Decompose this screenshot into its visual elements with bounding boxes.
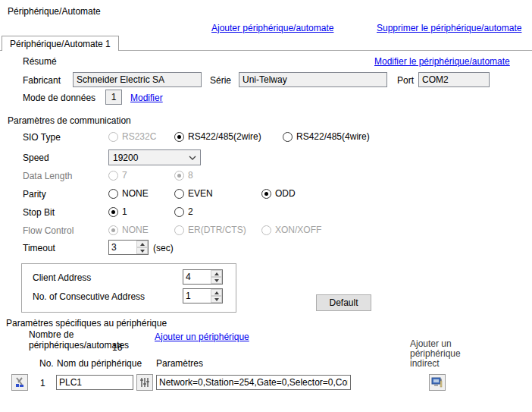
radio-flow-xonxoff: XON/XOFF [261, 222, 321, 237]
column-name: Nom du périphérique [57, 358, 142, 369]
arrow-up-icon [140, 243, 145, 246]
radio-stopbit-2[interactable]: 2 [174, 204, 193, 219]
remove-device-link[interactable]: Supprimer le périphérique/automate [377, 23, 521, 33]
radio-circle-icon [108, 132, 118, 142]
maker-field: Schneider Electric SA [73, 72, 202, 87]
radio-datalength-8-label: 8 [188, 170, 193, 181]
timeout-unit: (sec) [153, 243, 174, 253]
radio-circle-icon [261, 225, 271, 235]
sliders-icon [139, 377, 150, 388]
radio-datalength-8: 8 [174, 168, 193, 183]
client-address-label: Client Address [33, 272, 91, 283]
device-count-value: 16 [112, 342, 122, 353]
radio-parity-odd-label: ODD [275, 188, 296, 199]
timeout-up-button[interactable] [136, 241, 148, 247]
radio-parity-none[interactable]: NONE [108, 186, 149, 201]
device-settings-button[interactable] [136, 374, 153, 391]
sio-type-label: SIO Type [23, 132, 61, 143]
add-indirect-device-button[interactable] [429, 374, 446, 391]
device-name-input[interactable] [56, 375, 133, 390]
address-groupbox: Client Address No. of Consecutive Addres… [21, 263, 236, 313]
indirect-device-icon [431, 376, 443, 388]
add-single-device-link[interactable]: Ajouter un périphérique [155, 332, 249, 342]
maker-label: Fabricant [23, 75, 61, 86]
speed-select[interactable]: 19200 [108, 149, 201, 165]
arrow-down-icon [214, 298, 219, 301]
timeout-down-button[interactable] [136, 247, 148, 254]
consecutive-address-input[interactable] [183, 289, 211, 303]
consecutive-address-up-button[interactable] [211, 289, 222, 296]
summary-heading: Résumé [23, 56, 57, 67]
radio-circle-icon[interactable] [261, 189, 271, 199]
device-row-number: 1 [40, 378, 45, 388]
page-title: Périphérique/Automate [8, 6, 101, 17]
device-section-heading: Paramètres spécifiques au périphérique [6, 318, 167, 329]
device-count-label-line1: Nombre de [29, 329, 74, 340]
device-plc-settings-page: Périphérique/Automate Ajouter périphériq… [0, 0, 532, 412]
arrow-down-icon [214, 279, 219, 282]
radio-parity-even-label: EVEN [188, 188, 213, 199]
radio-rs422-2wire[interactable]: RS422/485(2wire) [174, 129, 261, 144]
radio-circle-icon[interactable] [174, 132, 184, 142]
client-address-input[interactable] [183, 270, 211, 284]
series-label: Série [210, 75, 231, 86]
radio-flow-er-label: ER(DTR/CTS) [188, 225, 246, 235]
radio-circle-icon[interactable] [108, 207, 118, 217]
radio-circle-icon[interactable] [174, 189, 184, 199]
stop-bit-label: Stop Bit [23, 207, 55, 218]
radio-rs422-4wire-label: RS422/485(4wire) [296, 131, 370, 142]
radio-circle-icon [174, 171, 184, 181]
radio-circle-icon [174, 225, 184, 235]
radio-datalength-7: 7 [108, 168, 127, 183]
radio-parity-none-label: NONE [122, 188, 149, 199]
timeout-input[interactable] [109, 241, 136, 254]
radio-rs422-2wire-label: RS422/485(2wire) [188, 131, 261, 142]
parity-label: Parity [23, 189, 46, 200]
radio-stopbit-1-label: 1 [122, 206, 127, 217]
radio-circle-icon[interactable] [108, 189, 118, 199]
speed-value: 19200 [113, 153, 138, 163]
client-address-down-button[interactable] [211, 277, 222, 284]
radio-flow-none-label: NONE [122, 225, 149, 235]
radio-parity-even[interactable]: EVEN [174, 186, 213, 201]
consecutive-address-down-button[interactable] [211, 296, 222, 303]
arrow-up-icon [214, 291, 219, 294]
column-no: No. [39, 358, 54, 369]
device-params-input[interactable] [156, 375, 351, 390]
arrow-up-icon [214, 272, 219, 275]
data-length-label: Data Length [23, 171, 72, 181]
series-field: Uni-Telway [239, 72, 387, 87]
device-tool-icon [14, 376, 26, 388]
radio-rs422-4wire[interactable]: RS422/485(4wire) [283, 129, 370, 144]
data-mode-modify-link[interactable]: Modifier [130, 93, 163, 103]
radio-stopbit-1[interactable]: 1 [108, 204, 127, 219]
radio-circle-icon [108, 171, 118, 181]
data-mode-value: 1 [105, 90, 122, 105]
radio-flow-none: NONE [108, 222, 149, 237]
add-indirect-device-label: Ajouter un périphérique indirect [410, 339, 482, 369]
data-mode-label: Mode de données [23, 93, 95, 103]
radio-circle-icon[interactable] [174, 207, 184, 217]
tab-device-1[interactable]: Périphérique/Automate 1 [2, 36, 119, 51]
radio-circle-icon[interactable] [283, 132, 293, 142]
add-device-link[interactable]: Ajouter périphérique/automate [211, 23, 333, 33]
radio-rs232c-label: RS232C [122, 131, 156, 142]
tab-label: Périphérique/Automate 1 [10, 39, 111, 49]
radio-rs232c: RS232C [108, 129, 156, 144]
column-params: Paramètres [156, 358, 203, 369]
consecutive-address-stepper[interactable] [183, 288, 223, 303]
radio-stopbit-2-label: 2 [188, 206, 193, 217]
client-address-stepper[interactable] [183, 269, 223, 285]
radio-parity-odd[interactable]: ODD [261, 186, 296, 201]
arrow-down-icon [140, 250, 145, 253]
radio-flow-xonxoff-label: XON/XOFF [275, 225, 321, 235]
timeout-stepper[interactable] [108, 240, 149, 255]
client-address-up-button[interactable] [211, 270, 222, 277]
device-row-button[interactable] [11, 374, 28, 391]
comm-heading: Paramètres de communication [8, 115, 131, 126]
radio-flow-er: ER(DTR/CTS) [174, 222, 246, 237]
timeout-label: Timeout [23, 243, 55, 253]
modify-device-link[interactable]: Modifier le périphérique/automate [374, 56, 510, 67]
chevron-down-icon [189, 156, 196, 160]
default-button[interactable]: Default [316, 294, 371, 311]
